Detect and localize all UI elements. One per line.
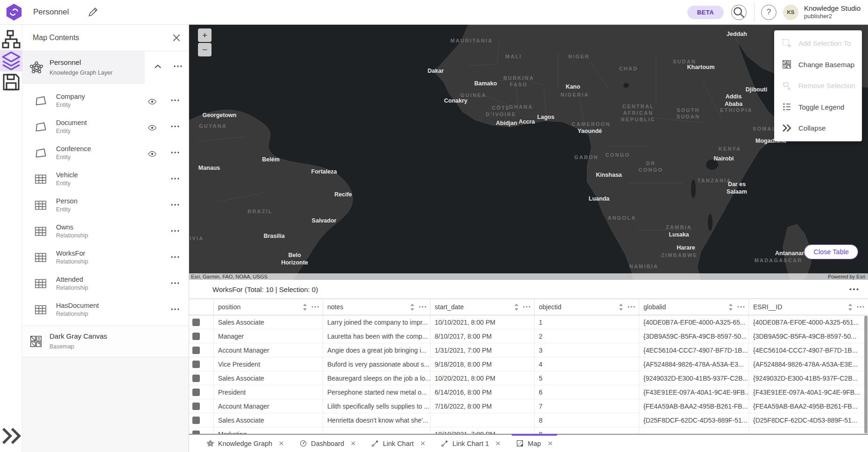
close-table-button[interactable]: Close Table — [804, 244, 858, 259]
tab-link-chart-1[interactable]: Link Chart 1 — [439, 435, 502, 452]
panel-title: Map Contents — [33, 34, 79, 42]
layer-options-ellipsis-icon[interactable] — [171, 204, 179, 206]
layer-row-vehicle[interactable]: VehicleEntity — [22, 166, 189, 192]
layer-options-ellipsis-icon[interactable] — [171, 230, 179, 232]
cell-start_date — [430, 413, 535, 427]
row-checkbox[interactable] — [192, 347, 200, 354]
sort-arrows-icon[interactable] — [410, 303, 415, 311]
table-row[interactable]: PresidentPersephone started new metal o.… — [189, 385, 868, 399]
visibility-eye-icon[interactable] — [148, 123, 157, 132]
sort-arrows-icon[interactable] — [619, 303, 623, 311]
group-options-ellipsis-icon[interactable] — [174, 65, 182, 67]
rail-item-link-charts[interactable] — [0, 28, 22, 50]
search-icon[interactable] — [731, 5, 747, 20]
table-options-ellipsis-icon[interactable] — [849, 288, 859, 290]
column-header-start_date[interactable]: start_date — [430, 299, 535, 315]
table-row[interactable]: Sales AssociateBeauregard sleeps on the … — [189, 371, 868, 385]
cell-notes: Persephone started new metal o... — [323, 385, 430, 399]
row-checkbox[interactable] — [192, 375, 200, 382]
layer-row-document[interactable]: DocumentEntity — [22, 114, 189, 140]
tab-link-chart[interactable]: Link Chart — [370, 435, 427, 452]
basemap-row[interactable]: Dark Gray Canvas Basemap — [22, 326, 189, 357]
sort-arrows-icon[interactable] — [848, 303, 853, 311]
column-header-notes[interactable]: notes — [323, 299, 430, 315]
layer-group-personnel[interactable]: Personnel Knowledge Graph Layer — [22, 51, 189, 84]
expand-rail-chevrons-icon[interactable] — [0, 426, 22, 445]
row-checkbox[interactable] — [192, 333, 200, 340]
table-row[interactable]: Sales AssociateLarry joined the company … — [189, 315, 868, 329]
layer-row-hasdocument[interactable]: HasDocumentRelationship — [22, 297, 189, 323]
table-row[interactable]: Sales AssociateHenrietta doesn't know wh… — [189, 413, 868, 427]
visibility-eye-icon[interactable] — [148, 149, 157, 159]
sort-arrows-icon[interactable] — [303, 303, 307, 311]
layer-options-ellipsis-icon[interactable] — [171, 152, 179, 153]
tab-close-icon[interactable] — [420, 441, 425, 446]
visibility-eye-icon[interactable] — [148, 97, 157, 106]
layer-options-ellipsis-icon[interactable] — [171, 178, 179, 180]
basemap-icon — [782, 59, 792, 70]
user-avatar[interactable]: KS — [783, 5, 798, 20]
table-vertical-scrollbar[interactable] — [864, 316, 868, 433]
tab-close-icon[interactable] — [548, 441, 553, 446]
tab-knowledge-graph[interactable]: Knowledge Graph — [205, 435, 285, 452]
layer-type: Relationship — [56, 232, 88, 240]
tab-map[interactable]: Map — [515, 435, 554, 452]
column-header-ESRI__ID[interactable]: ESRI__ID — [749, 299, 868, 315]
knowledge-graph-layer-icon — [29, 60, 44, 75]
layer-options-ellipsis-icon[interactable] — [171, 282, 179, 284]
table-row[interactable]: ManagerLauretta has been with the comp..… — [189, 329, 868, 343]
cell-notes: Henrietta doesn't know what she'... — [323, 413, 430, 427]
column-options-ellipsis-icon[interactable] — [737, 306, 745, 308]
row-checkbox[interactable] — [192, 431, 200, 434]
table-row[interactable]: Account ManagerLilith specifically sells… — [189, 399, 868, 413]
layer-row-person[interactable]: PersonEntity — [22, 192, 189, 218]
tab-dashboard[interactable]: Dashboard — [298, 435, 357, 452]
cell-notes: Angie does a great job bringing i... — [323, 343, 430, 357]
layer-row-worksfor[interactable]: WorksForRelationship — [22, 244, 189, 271]
map-canvas[interactable]: MAURITANIAMALINIGERSUDANCHADBURKINA FASO… — [189, 25, 868, 280]
tab-close-icon[interactable] — [351, 441, 356, 446]
layer-row-company[interactable]: CompanyEntity — [22, 88, 189, 114]
column-header-globalid[interactable]: globalid — [639, 299, 749, 315]
column-header-objectid[interactable]: objectid — [535, 299, 639, 315]
sort-arrows-icon[interactable] — [514, 303, 519, 311]
rail-item-layers[interactable] — [0, 50, 22, 71]
table-row[interactable]: Marketing10/10/2021, 7:00 PM9 — [189, 427, 868, 434]
layer-options-ellipsis-icon[interactable] — [171, 99, 179, 101]
sort-arrows-icon[interactable] — [728, 303, 733, 311]
table-row[interactable]: Account ManagerAngie does a great job br… — [189, 343, 868, 357]
row-checkbox[interactable] — [192, 417, 200, 424]
zoom-out-button[interactable]: − — [198, 43, 212, 56]
column-options-ellipsis-icon[interactable] — [311, 306, 319, 308]
rail-item-save[interactable] — [0, 71, 22, 93]
layer-row-attended[interactable]: AttendedRelationship — [22, 271, 189, 297]
column-label: globalid — [643, 303, 666, 311]
tab-close-icon[interactable] — [279, 441, 284, 446]
table-icon — [34, 250, 48, 264]
layer-row-conference[interactable]: ConferenceEntity — [22, 140, 189, 166]
menu-item-collapse[interactable]: Collapse — [774, 118, 862, 139]
layer-row-owns[interactable]: OwnsRelationship — [22, 218, 189, 244]
column-header-position[interactable]: position — [214, 299, 323, 315]
row-checkbox[interactable] — [192, 319, 200, 326]
tab-close-icon[interactable] — [495, 441, 501, 446]
layer-list: CompanyEntityDocumentEntityConferenceEnt… — [22, 84, 189, 323]
row-checkbox[interactable] — [192, 403, 200, 410]
collapse-group-chevron-icon[interactable] — [154, 64, 162, 69]
help-icon[interactable]: ? — [761, 5, 776, 20]
table-row[interactable]: Vice PresidentBuford is very passionate … — [189, 357, 868, 371]
menu-item-toggle-legend[interactable]: Toggle Legend — [774, 97, 862, 118]
menu-item-change-basemap[interactable]: Change Basemap — [774, 54, 862, 76]
zoom-in-button[interactable]: + — [198, 28, 212, 42]
row-checkbox[interactable] — [192, 389, 200, 396]
column-options-ellipsis-icon[interactable] — [628, 306, 635, 308]
panel-close-icon[interactable] — [172, 33, 181, 42]
layer-options-ellipsis-icon[interactable] — [171, 256, 179, 258]
edit-title-pencil-icon[interactable] — [87, 6, 99, 18]
column-options-ellipsis-icon[interactable] — [523, 306, 530, 308]
row-checkbox[interactable] — [192, 361, 200, 368]
layer-options-ellipsis-icon[interactable] — [171, 308, 179, 310]
layer-options-ellipsis-icon[interactable] — [171, 125, 179, 127]
column-options-ellipsis-icon[interactable] — [857, 306, 864, 308]
column-options-ellipsis-icon[interactable] — [419, 306, 426, 308]
